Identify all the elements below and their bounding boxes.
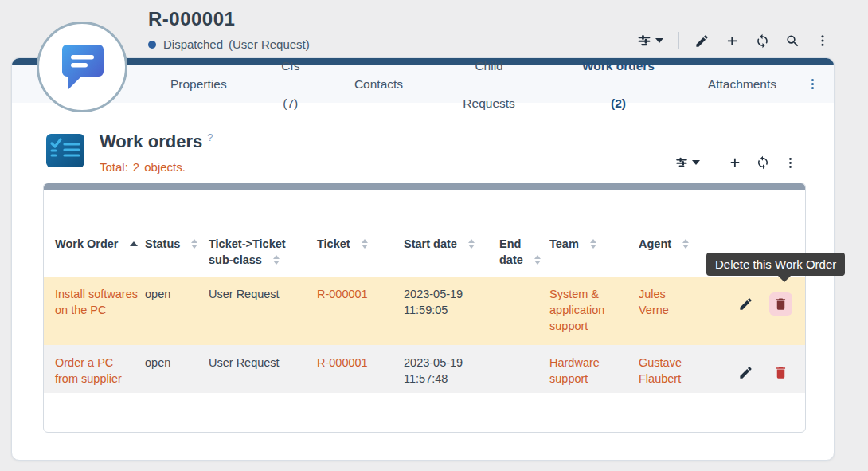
sort-icon[interactable] [468, 239, 475, 249]
sort-asc-icon[interactable] [130, 241, 138, 246]
column-header-ticket[interactable]: Ticket [317, 236, 404, 268]
edit-row-button[interactable] [734, 292, 757, 316]
trash-icon [773, 365, 788, 380]
search-button[interactable] [785, 33, 800, 49]
refresh-icon [756, 155, 770, 170]
sort-icon[interactable] [534, 255, 541, 265]
tab-cis[interactable]: CIs (7) [250, 47, 331, 122]
pencil-icon [694, 33, 710, 49]
help-icon[interactable]: ? [207, 131, 213, 143]
work-order-link[interactable]: Order a PC from supplier [55, 356, 122, 385]
cell-actions [702, 355, 805, 393]
cell-agent: Jules Verne [639, 286, 702, 345]
more-actions-button[interactable] [815, 33, 830, 48]
section-toolbar [674, 154, 797, 171]
agent-link[interactable]: Jules Verne [639, 288, 669, 316]
column-header-start-date[interactable]: Start date [404, 236, 499, 268]
agent-link[interactable]: Gustave Flaubert [639, 356, 682, 385]
cell-team: System & application support [549, 286, 639, 345]
sort-icon[interactable] [682, 239, 689, 249]
pencil-icon [738, 296, 753, 312]
column-header-agent[interactable]: Agent [639, 236, 702, 268]
trash-icon [773, 296, 788, 312]
chevron-down-icon [655, 38, 663, 43]
cell-ticket: R-000001 [317, 286, 404, 345]
work-orders-checklist-icon [45, 133, 85, 168]
object-header: R-000001 Dispatched (User Request) [148, 8, 310, 51]
cell-end-date [499, 355, 549, 393]
refresh-icon [755, 33, 770, 49]
sort-icon[interactable] [590, 239, 596, 249]
list-add-button[interactable] [728, 155, 742, 170]
cell-ticket-subclass: User Request [209, 286, 317, 345]
section-total: Total: 2 objects. [100, 160, 186, 174]
edit-row-button[interactable] [734, 361, 757, 384]
cell-agent: Gustave Flaubert [639, 355, 702, 393]
cell-end-date [499, 286, 549, 345]
cell-team: Hardware support [549, 355, 639, 393]
plus-icon [728, 155, 742, 170]
column-header-team[interactable]: Team [549, 236, 639, 268]
ticket-link[interactable]: R-000001 [317, 288, 368, 300]
column-header-end-date[interactable]: End date [499, 236, 549, 268]
cell-work-order: Install softwares on the PC [44, 286, 145, 345]
pencil-icon [738, 365, 753, 380]
total-count: 2 [133, 160, 139, 174]
team-link[interactable]: System & application support [549, 288, 604, 332]
table-header-row: Work Order Status Ticket->Ticket sub-cla… [44, 190, 805, 277]
ticket-link[interactable]: R-000001 [317, 356, 368, 369]
cell-status: open [145, 355, 209, 393]
cell-ticket: R-000001 [317, 355, 404, 393]
add-button[interactable] [725, 33, 740, 49]
kebab-menu-icon [784, 156, 797, 170]
object-class-avatar [37, 22, 127, 112]
speech-bubble-icon [57, 41, 107, 92]
tab-child-requests[interactable]: Child Requests [426, 47, 552, 122]
status-dot-icon [148, 41, 156, 49]
column-header-status[interactable]: Status [145, 236, 209, 268]
magnifier-icon [785, 33, 800, 49]
page-title: R-000001 [148, 8, 310, 30]
tab-contacts[interactable]: Contacts [331, 65, 426, 103]
kebab-menu-icon [815, 33, 830, 48]
delete-row-button[interactable] [769, 292, 792, 316]
filter-sliders-icon [674, 155, 689, 170]
sort-icon[interactable] [362, 239, 368, 249]
panel-top-accent-bar [12, 58, 834, 65]
team-link[interactable]: Hardware support [549, 356, 600, 385]
table-row[interactable]: Install softwares on the PC open User Re… [44, 277, 805, 345]
cell-start-date: 2023-05-19 11:59:05 [404, 286, 499, 345]
cell-ticket-subclass: User Request [209, 355, 317, 393]
cell-actions [702, 286, 805, 345]
delete-tooltip: Delete this Work Order [706, 253, 845, 276]
table-row[interactable]: Order a PC from supplier open User Reque… [44, 345, 805, 393]
kebab-menu-icon [806, 77, 819, 91]
toolbar-divider [714, 154, 714, 171]
tab-overflow-button[interactable] [800, 77, 826, 91]
column-header-ticket-subclass[interactable]: Ticket->Ticket sub-class [209, 236, 317, 268]
tab-attachments[interactable]: Attachments [685, 65, 800, 103]
section-title: Work orders? [100, 131, 213, 152]
delete-row-button[interactable] [769, 361, 792, 384]
list-filter-dropdown-button[interactable] [674, 155, 700, 170]
plus-icon [725, 33, 740, 49]
tab-properties[interactable]: Properties [147, 65, 250, 103]
work-order-link[interactable]: Install softwares on the PC [55, 288, 138, 316]
column-header-work-order[interactable]: Work Order [44, 236, 145, 268]
cell-work-order: Order a PC from supplier [44, 355, 145, 393]
sort-icon[interactable] [273, 255, 280, 265]
list-more-actions-button[interactable] [784, 156, 797, 170]
work-orders-table: Work Order Status Ticket->Ticket sub-cla… [43, 183, 806, 433]
refresh-button[interactable] [755, 33, 770, 49]
cell-status: open [145, 286, 209, 345]
chevron-down-icon [692, 160, 700, 165]
tab-bar: Properties CIs (7) Contacts Child Reques… [12, 65, 834, 103]
table-horizontal-scrollbar[interactable] [44, 183, 805, 190]
list-refresh-button[interactable] [756, 155, 770, 170]
status-label: Dispatched [163, 37, 223, 51]
cell-start-date: 2023-05-19 11:57:48 [404, 355, 499, 393]
edit-button[interactable] [694, 33, 710, 49]
tab-work-orders[interactable]: Work orders (2) [552, 47, 685, 122]
sort-icon[interactable] [191, 239, 197, 249]
